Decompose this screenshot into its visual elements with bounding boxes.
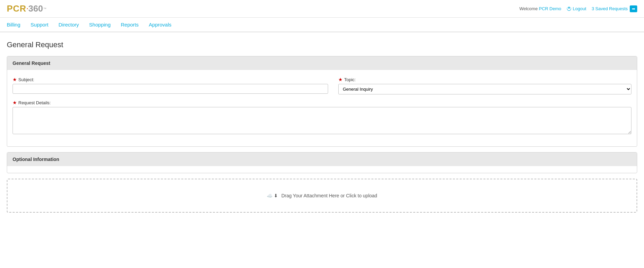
subject-label: ★ Subject:	[13, 77, 328, 82]
request-details-label: ★ Request Details:	[13, 100, 631, 105]
main-content: General Request General Request ★ Subjec…	[0, 32, 644, 226]
logout-link[interactable]: Logout	[567, 6, 586, 11]
topic-required-star: ★	[338, 77, 343, 82]
cart-icon: ➡	[630, 5, 637, 12]
subject-input[interactable]	[13, 84, 328, 94]
nav-billing[interactable]: Billing	[7, 22, 20, 28]
nav-approvals[interactable]: Approvals	[149, 22, 172, 28]
power-icon	[567, 6, 571, 11]
saved-requests-label: 3 Saved Requests	[592, 6, 628, 11]
upload-area[interactable]: ☁️ ⬇ Drag Your Attachment Here or Click …	[7, 179, 637, 213]
nav-reports[interactable]: Reports	[121, 22, 139, 28]
logo-pcr: PCR	[7, 3, 26, 14]
logo-tm: ™	[43, 7, 46, 11]
welcome-text: Welcome PCR Demo	[519, 6, 561, 11]
upload-icon: ☁️ ⬇	[267, 193, 278, 198]
main-nav: Billing Support Directory Shopping Repor…	[0, 18, 644, 32]
topic-label: ★ Topic:	[338, 77, 631, 82]
logo-360: 360	[28, 3, 43, 14]
user-link[interactable]: PCR Demo	[539, 6, 561, 11]
header: PCR • 360 ™ Welcome PCR Demo Logout 3 Sa…	[0, 0, 644, 18]
nav-shopping[interactable]: Shopping	[89, 22, 111, 28]
details-required-star: ★	[13, 100, 17, 105]
page-title: General Request	[7, 40, 637, 49]
nav-directory[interactable]: Directory	[59, 22, 79, 28]
request-details-row: ★ Request Details:	[13, 100, 631, 134]
optional-section-body	[7, 166, 637, 173]
logout-label: Logout	[573, 6, 586, 11]
subject-group: ★ Subject:	[13, 77, 328, 94]
optional-information-header: Optional Information	[7, 153, 637, 166]
general-request-body: ★ Subject: ★ Topic: General Inquiry Bill…	[7, 70, 637, 146]
welcome-label: Welcome	[519, 6, 538, 11]
general-request-section: General Request ★ Subject: ★ Topic:	[7, 56, 637, 147]
general-request-header: General Request	[7, 56, 637, 70]
upload-label: Drag Your Attachment Here or Click to up…	[281, 193, 377, 198]
topic-group: ★ Topic: General Inquiry Billing Questio…	[338, 77, 631, 94]
subject-required-star: ★	[13, 77, 17, 82]
logo: PCR • 360 ™	[7, 3, 46, 14]
request-details-group: ★ Request Details:	[13, 100, 631, 134]
subject-topic-row: ★ Subject: ★ Topic: General Inquiry Bill…	[13, 77, 631, 94]
optional-information-section: Optional Information	[7, 152, 637, 173]
saved-requests-link[interactable]: 3 Saved Requests ➡	[592, 5, 637, 12]
header-right: Welcome PCR Demo Logout 3 Saved Requests…	[519, 5, 637, 12]
request-details-textarea[interactable]	[13, 107, 631, 134]
logo-dot: •	[27, 7, 28, 11]
nav-support[interactable]: Support	[31, 22, 49, 28]
topic-select[interactable]: General Inquiry Billing Question Technic…	[338, 84, 631, 94]
